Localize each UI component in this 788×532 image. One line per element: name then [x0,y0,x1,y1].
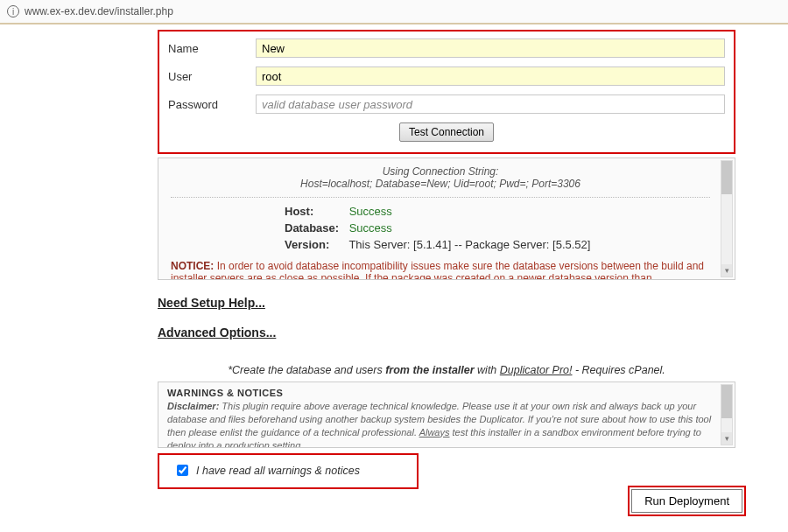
input-db-user[interactable] [256,66,725,86]
notice-label: NOTICE: [171,260,214,272]
create-db-note: *Create the database and users from the … [158,364,735,376]
agree-row: I have read all warnings & notices [173,462,360,479]
database-status: Success [349,221,392,234]
agree-highlight: I have read all warnings & notices [158,453,419,489]
warn-scroll-thumb[interactable] [721,385,732,418]
conn-using-label: Using Connection String: [171,165,710,178]
cn-pre: *Create the database and users [228,364,385,376]
agree-label: I have read all warnings & notices [196,465,360,477]
warnings-scrollbar[interactable]: ▾ [721,384,733,445]
url-text: www.ex-ex.dev.dev/installer.php [25,5,173,18]
info-icon: i [7,5,19,18]
run-deployment-button[interactable]: Run Deployment [631,489,742,513]
version-text: This Server: [5.1.41] -- Package Server:… [348,238,590,251]
duplicator-pro-link[interactable]: Duplicator Pro! [500,364,573,376]
run-deployment-wrap: Run Deployment [628,486,746,516]
host-status: Success [349,205,392,218]
page: Name User Password Test Connection Using… [0,24,788,532]
test-connection-button[interactable]: Test Connection [399,122,494,142]
row-password: Password [168,94,725,114]
row-name: Name [168,38,725,58]
warnings-body: Disclaimer: This plugin require above av… [167,400,726,448]
advanced-options-link[interactable]: Advanced Options... [158,326,735,340]
test-connection-row: Test Connection [168,122,725,142]
label-password: Password [168,98,256,111]
disclaimer-label: Disclaimer: [167,401,219,411]
installer-content: Name User Password Test Connection Using… [158,24,735,489]
warn-scroll-down-icon[interactable]: ▾ [721,432,732,444]
warnings-title: WARNINGS & NOTICES [167,388,726,398]
warnings-pane: WARNINGS & NOTICES Disclaimer: This plug… [158,382,735,448]
scroll-thumb[interactable] [721,161,732,194]
notice-body: In order to avoid database incompatibili… [171,260,704,280]
input-db-password[interactable] [256,94,725,114]
cn-bold: from the installer [385,364,474,376]
notice-text: NOTICE: In order to avoid database incom… [171,260,710,280]
version-label: Version: [285,238,346,251]
agree-checkbox[interactable] [177,465,188,476]
result-table: Host: Success Database: Success Version:… [285,205,710,251]
host-label: Host: [285,205,346,218]
conn-string: Host=localhost; Database=New; Uid=root; … [171,178,710,190]
input-db-name[interactable] [256,38,725,58]
divider [171,197,710,198]
label-user: User [168,70,256,83]
need-setup-help-link[interactable]: Need Setup Help... [158,296,735,310]
run-deployment-highlight: Run Deployment [628,486,746,516]
scroll-down-icon[interactable]: ▾ [721,264,732,276]
cn-post: - Requires cPanel. [572,364,665,376]
browser-address-bar: i www.ex-ex.dev.dev/installer.php [0,0,788,24]
always-underline: Always [419,427,450,438]
cn-mid: with [475,364,500,376]
label-name: Name [168,42,256,55]
database-label: Database: [285,221,346,234]
row-user: User [168,66,725,86]
connection-result-pane: Using Connection String: Host=localhost;… [158,158,735,280]
result-scrollbar[interactable]: ▾ [721,160,733,277]
db-form-highlight: Name User Password Test Connection [158,30,735,154]
